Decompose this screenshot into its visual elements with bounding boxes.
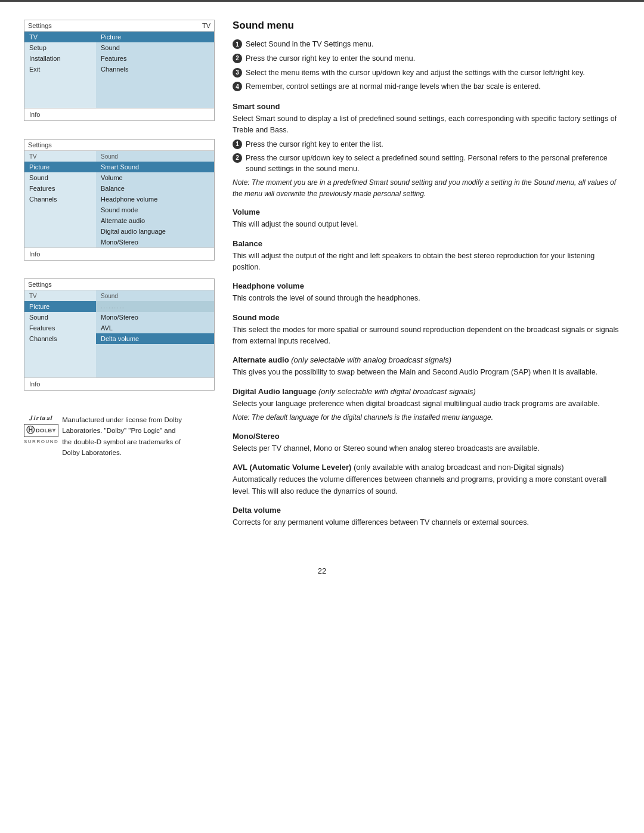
menu-left-subheader-3: TV	[24, 290, 96, 301]
intro-step-3-text: Select the menu items with the cursor up…	[246, 67, 585, 79]
section-volume: Volume This will adjust the sound output…	[233, 208, 620, 230]
smart-sound-step-num-2: 2	[233, 153, 242, 163]
page-title: Sound menu	[233, 20, 620, 32]
menu-right-item-features-1[interactable]: Features	[96, 53, 214, 64]
section-sound-mode: Sound mode This select the modes for mor…	[233, 313, 620, 348]
section-mono-stereo: Mono/Stereo Selects per TV channel, Mono…	[233, 432, 620, 454]
menu-left-item-setup[interactable]: Setup	[24, 42, 96, 53]
smart-sound-sub-step-1-text: Press the cursor right key to enter the …	[246, 139, 383, 150]
digital-audio-note: Note: The default language for the digit…	[233, 412, 620, 423]
menu-right-item-sound-1[interactable]: Sound	[96, 42, 214, 53]
section-mono-stereo-body: Selects per TV channel, Mono or Stereo s…	[233, 443, 620, 454]
menu-header-2: Settings	[24, 140, 214, 151]
dolby-text: DOLBY	[36, 428, 56, 433]
digital-audio-bold: Digital Audio language	[233, 387, 318, 396]
intro-step-1-text: Select Sound in the TV Settings menu.	[246, 39, 373, 50]
menu-right-item-mono-stereo-3[interactable]: Mono/Stereo	[96, 312, 214, 323]
menu-box-1: Settings TV TV Setup Installation Exit P…	[24, 20, 215, 121]
menu-right-item-volume[interactable]: Volume	[96, 172, 214, 183]
menu-left-item-tv[interactable]: TV	[24, 32, 96, 42]
section-balance-title: Balance	[233, 239, 620, 248]
menu-left-item-features-3[interactable]: Features	[24, 323, 96, 333]
step-num-3: 3	[233, 68, 242, 78]
menu-right-item-mono-stereo-2[interactable]: Mono/Stereo	[96, 237, 214, 247]
menu-footer-label-2: Info	[29, 250, 40, 258]
section-volume-title: Volume	[233, 208, 620, 216]
section-smart-sound: Smart sound Select Smart sound to displa…	[233, 102, 620, 199]
menu-left-item-sound-3[interactable]: Sound	[24, 312, 96, 323]
section-alternate-audio-body: This gives you the possibility to swap b…	[233, 367, 620, 378]
section-delta-volume: Delta volume Corrects for any permanent …	[233, 506, 620, 528]
mono-stereo-body-text: Selects per TV channel, Mono or Stereo s…	[233, 444, 540, 453]
footer-logos: 𝐉𝐢𝐫𝐭𝐮𝐚𝐥 Ⓗ DOLBY SURROUND	[24, 414, 58, 444]
menu-right-item-sound-mode[interactable]: Sound mode	[96, 205, 214, 215]
menu-body-2: TV Picture Sound Features Channels Sound…	[24, 151, 214, 247]
section-balance: Balance This will adjust the output of t…	[233, 239, 620, 274]
digital-audio-body-text: Selects your language preference when di…	[233, 400, 600, 408]
menu-left-item-sound-2[interactable]: Sound	[24, 172, 96, 183]
alternate-audio-suffix: (only selectable with analog broadcast s…	[291, 355, 451, 364]
section-headphone-volume: Headphone volume This controls the level…	[233, 281, 620, 304]
smart-sound-sub-step-1: 1 Press the cursor right key to enter th…	[233, 139, 620, 150]
menu-right-item-balance[interactable]: Balance	[96, 183, 214, 194]
menu-right-item-digital-audio[interactable]: Digital audio language	[96, 226, 214, 237]
footer-line3: the double-D symbol are trademarks of	[62, 436, 182, 447]
menu-footer-2: Info	[24, 247, 214, 260]
menu-left-subheader-2: TV	[24, 151, 96, 162]
footer-line4: Dolby Laboratories.	[62, 447, 182, 458]
smart-sound-sub-step-2-text: Press the cursor up/down key to select a…	[246, 153, 620, 175]
left-column: Settings TV TV Setup Installation Exit P…	[24, 20, 215, 537]
menu-left-item-installation[interactable]: Installation	[24, 53, 96, 64]
intro-list: 1 Select Sound in the TV Settings menu. …	[233, 39, 620, 92]
menu-box-3: Settings TV Picture Sound Features Chann…	[24, 278, 215, 391]
menu-left-item-picture-3[interactable]: Picture	[24, 301, 96, 312]
menu-right-item-alternate-audio[interactable]: Alternate audio	[96, 215, 214, 226]
volume-body-text: This will adjust the sound output level.	[233, 220, 358, 228]
surround-label: SURROUND	[24, 439, 58, 444]
smart-sound-note: Note: The moment you are in a predefined…	[233, 177, 620, 199]
balance-body-text: This will adjust the output of the right…	[233, 252, 595, 271]
headphone-body-text: This controls the level of sound through…	[233, 294, 420, 302]
menu-body-3: TV Picture Sound Features Channels Sound…	[24, 290, 214, 377]
section-smart-sound-body: Select Smart sound to display a list of …	[233, 113, 620, 199]
menu-right-item-headphone[interactable]: Headphone volume	[96, 194, 214, 205]
menu-right-item-delta-volume[interactable]: Delta volume	[96, 333, 214, 344]
section-digital-audio: Digital Audio language (only selectable …	[233, 387, 620, 423]
section-avl: AVL (Automatic Volume Leveler) (only ava…	[233, 463, 620, 497]
section-mono-stereo-title: Mono/Stereo	[233, 432, 620, 441]
menu-left-item-channels-2[interactable]: Channels	[24, 194, 96, 205]
smart-sound-body-text: Select Smart sound to display a list of …	[233, 114, 617, 134]
menu-header-left-1: Settings	[28, 22, 52, 29]
menu-header-3: Settings	[24, 279, 214, 290]
menu-right-item-avl[interactable]: AVL	[96, 323, 214, 333]
menu-right-item-channels-1[interactable]: Channels	[96, 64, 214, 75]
menu-left-item-picture-2[interactable]: Picture	[24, 162, 96, 172]
smart-sound-step-num-1: 1	[233, 140, 242, 149]
section-avl-body: Automatically reduces the volume differe…	[233, 474, 620, 497]
section-alternate-audio-title: Alternate audio (only selectable with an…	[233, 355, 620, 364]
section-digital-audio-title: Digital Audio language (only selectable …	[233, 387, 620, 396]
page-number: 22	[0, 561, 644, 587]
menu-left-item-channels-3[interactable]: Channels	[24, 333, 96, 344]
menu-left-3: TV Picture Sound Features Channels	[24, 290, 96, 377]
menu-right-2: Sound Smart Sound Volume Balance Headpho…	[96, 151, 214, 247]
section-balance-body: This will adjust the output of the right…	[233, 250, 620, 274]
menu-header-settings-3: Settings	[28, 281, 52, 288]
menu-footer-label-1: Info	[29, 111, 40, 118]
section-volume-body: This will adjust the sound output level.	[233, 219, 620, 230]
section-delta-volume-body: Corrects for any permanent volume differ…	[233, 517, 620, 528]
menu-footer-label-3: Info	[29, 380, 40, 388]
menu-right-1: Picture Sound Features Channels	[96, 32, 214, 108]
sound-mode-body-text: This select the modes for more spatial o…	[233, 326, 619, 345]
menu-left-item-features-2[interactable]: Features	[24, 183, 96, 194]
section-headphone-title: Headphone volume	[233, 281, 620, 290]
menu-right-item-picture-1[interactable]: Picture	[96, 32, 214, 42]
menu-right-item-smart-sound[interactable]: Smart Sound	[96, 162, 214, 172]
step-num-4: 4	[233, 82, 242, 91]
menu-left-item-exit[interactable]: Exit	[24, 64, 96, 75]
intro-step-4: 4 Remember, control settings are at norm…	[233, 81, 620, 92]
menu-header-right-1: TV	[202, 22, 210, 29]
alternate-audio-body-text: This gives you the possibility to swap b…	[233, 368, 597, 376]
digital-audio-suffix: (only selectable with digital broadcast …	[318, 387, 476, 396]
footer-line1: Manufactured under license from Dolby	[62, 414, 182, 425]
